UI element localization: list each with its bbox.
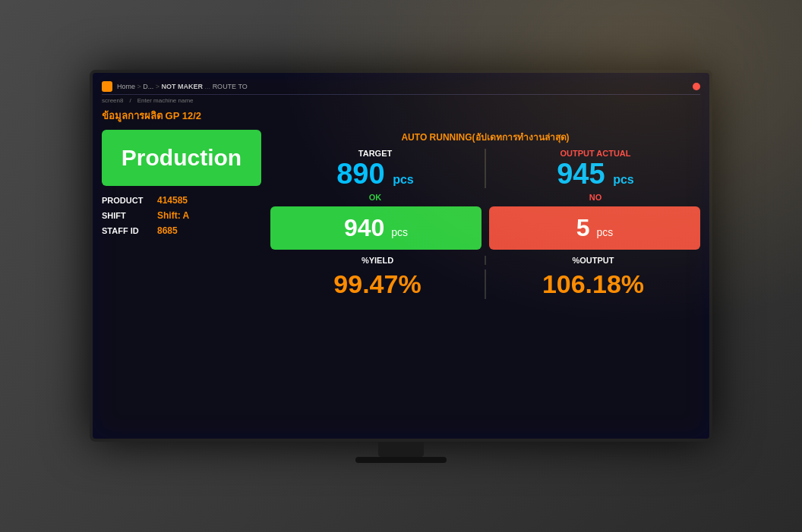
right-column: AUTO RUNNING(อัปเดทการทำงานล่าสุด) TARGE…	[270, 130, 700, 433]
production-badge: Production	[102, 130, 261, 186]
nav-logo	[102, 81, 112, 92]
output-actual-section: OUTPUT ACTUAL 945 pcs	[491, 149, 700, 188]
close-icon[interactable]	[693, 83, 700, 90]
monitor-stand	[378, 442, 424, 457]
no-box: 5 pcs	[489, 206, 700, 250]
yield-label: %YIELD	[270, 256, 485, 265]
main-content: Production PRODUCT 414585 SHIFT Shift: A…	[102, 130, 700, 433]
shift-value: Shift: A	[157, 210, 189, 221]
no-label: NO	[491, 193, 700, 202]
shift-row: SHIFT Shift: A	[102, 210, 261, 221]
staff-id-row: STAFF ID 8685	[102, 225, 261, 236]
shift-label: SHIFT	[102, 211, 151, 220]
monitor-base	[355, 457, 447, 463]
auto-running-header: AUTO RUNNING(อัปเดทการทำงานล่าสุด)	[270, 130, 700, 144]
product-value: 414585	[157, 195, 188, 206]
target-value: 890 pcs	[270, 159, 480, 188]
nav-bar: Home > D... > NOT MAKER ... ROUTE TO	[102, 79, 700, 95]
target-section: TARGET 890 pcs	[270, 149, 480, 188]
output-actual-value: 945 pcs	[491, 159, 700, 188]
metrics-top-row: TARGET 890 pcs OUTPUT ACTUAL 945 pcs	[270, 149, 700, 188]
yield-values: 99.47% 106.18%	[270, 269, 700, 299]
vertical-divider-1	[485, 149, 486, 188]
nav-links: Home > D... > NOT MAKER ... ROUTE TO	[117, 83, 248, 90]
output-actual-label: OUTPUT ACTUAL	[491, 149, 700, 158]
output-pct-label: %OUTPUT	[486, 256, 700, 265]
section-title: ข้อมูลการผลิต GP 12/2	[102, 108, 700, 124]
info-table: PRODUCT 414585 SHIFT Shift: A STAFF ID 8…	[102, 195, 261, 236]
product-row: PRODUCT 414585	[102, 195, 261, 206]
monitor-screen: Home > D... > NOT MAKER ... ROUTE TO scr…	[90, 70, 712, 442]
target-label: TARGET	[270, 149, 480, 158]
yield-labels: %YIELD %OUTPUT	[270, 256, 700, 265]
staff-id-label: STAFF ID	[102, 226, 151, 235]
left-column: Production PRODUCT 414585 SHIFT Shift: A…	[102, 130, 261, 433]
product-label: PRODUCT	[102, 196, 151, 205]
staff-id-value: 8685	[157, 225, 178, 236]
ok-box: 940 pcs	[270, 206, 482, 250]
ok-no-labels: OK NO	[270, 193, 700, 202]
ok-label: OK	[270, 193, 480, 202]
breadcrumb: screen8 / Enter machine name	[102, 97, 700, 104]
ok-no-boxes: 940 pcs 5 pcs	[270, 206, 700, 250]
yield-value: 99.47%	[270, 269, 485, 299]
output-pct-value: 106.18%	[486, 269, 700, 299]
